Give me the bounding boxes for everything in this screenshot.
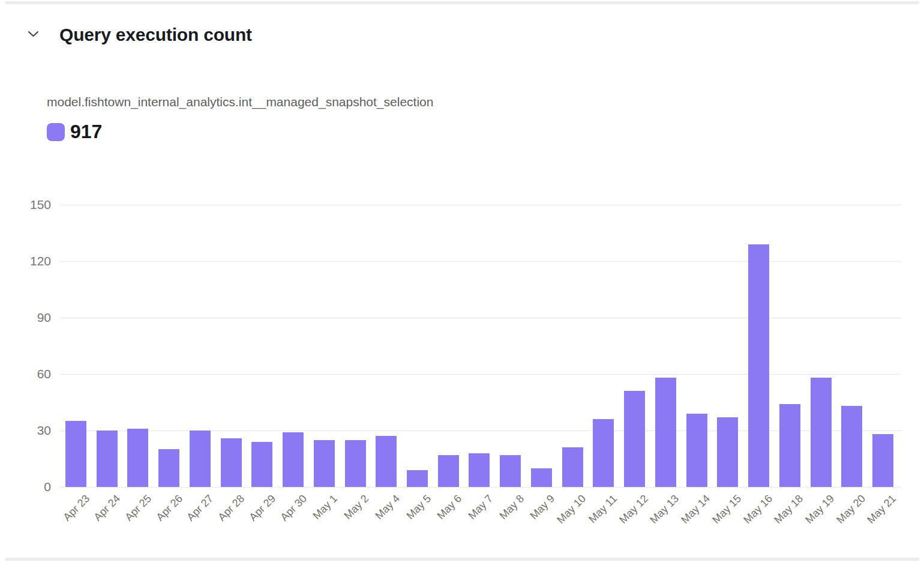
- bar-may-19[interactable]: [811, 378, 832, 487]
- y-axis-tick-label: 90: [0, 311, 51, 324]
- bottom-divider: [5, 558, 919, 561]
- bar-may-15[interactable]: [717, 417, 738, 487]
- panel-title: Query execution count: [59, 24, 252, 46]
- gridline-y-150: [60, 205, 901, 205]
- y-axis-tick-label: 150: [0, 198, 51, 211]
- gridline-y-90: [60, 318, 901, 318]
- y-axis-tick-label: 0: [0, 480, 51, 494]
- bar-may-2[interactable]: [345, 440, 366, 487]
- bar-apr-25[interactable]: [127, 429, 148, 487]
- bar-apr-24[interactable]: [97, 431, 118, 487]
- gridline-y-30: [60, 431, 901, 431]
- bar-may-20[interactable]: [841, 406, 862, 487]
- bar-apr-28[interactable]: [221, 438, 242, 487]
- bar-may-8[interactable]: [500, 455, 521, 487]
- bar-may-6[interactable]: [438, 455, 459, 487]
- legend-swatch: [47, 123, 65, 141]
- legend-item[interactable]: 917: [47, 122, 102, 141]
- gridline-y-120: [60, 261, 901, 262]
- bar-may-12[interactable]: [624, 391, 645, 487]
- top-divider: [5, 1, 919, 4]
- legend-total: 917: [70, 122, 102, 141]
- bar-may-9[interactable]: [531, 468, 552, 487]
- bar-may-10[interactable]: [562, 447, 583, 487]
- bar-apr-27[interactable]: [190, 431, 211, 487]
- bar-may-7[interactable]: [469, 453, 490, 487]
- y-axis-tick-label: 120: [0, 255, 51, 268]
- chevron-down-icon[interactable]: [26, 28, 40, 39]
- bar-may-14[interactable]: [686, 414, 707, 487]
- gridline-y-60: [60, 374, 901, 375]
- bar-apr-29[interactable]: [251, 442, 272, 487]
- bar-apr-26[interactable]: [158, 449, 179, 487]
- bar-chart: 0306090120150Apr 23Apr 24Apr 25Apr 26Apr…: [0, 205, 924, 487]
- bar-apr-23[interactable]: [65, 421, 86, 487]
- bar-apr-30[interactable]: [283, 432, 304, 487]
- series-model-name: model.fishtown_internal_analytics.int__m…: [47, 94, 433, 110]
- bar-may-13[interactable]: [655, 378, 676, 487]
- query-execution-panel: Query execution count model.fishtown_int…: [0, 0, 924, 562]
- bar-may-21[interactable]: [872, 434, 893, 487]
- bar-may-18[interactable]: [779, 404, 800, 487]
- bar-may-1[interactable]: [314, 440, 335, 487]
- y-axis-tick-label: 60: [0, 367, 51, 381]
- bar-may-5[interactable]: [407, 470, 428, 487]
- bar-may-4[interactable]: [376, 436, 397, 487]
- bar-may-11[interactable]: [593, 419, 614, 487]
- y-axis-tick-label: 30: [0, 424, 51, 437]
- bar-may-16[interactable]: [748, 244, 769, 487]
